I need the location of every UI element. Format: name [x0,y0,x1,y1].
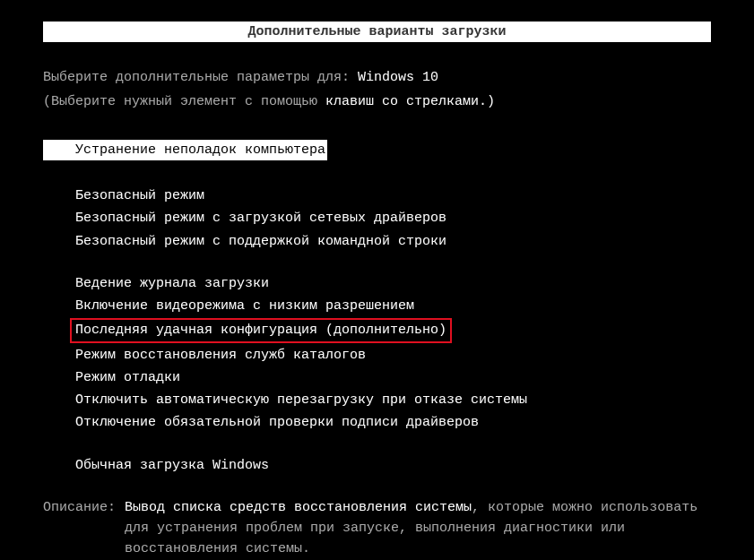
prompt-prefix: Выберите дополнительные параметры для: [43,70,358,85]
menu-item-ds-restore[interactable]: Режим восстановления служб каталогов [75,345,711,366]
prompt2-hint: клавиш со стрелками.) [325,94,495,109]
description: Описание: Вывод списка средств восстанов… [43,497,711,560]
menu-item-safe-mode-networking[interactable]: Безопасный режим с загрузкой сетевых дра… [75,208,711,228]
selected-item-label: Устранение неполадок компьютера [75,142,325,158]
menu-item-disable-driver-sig[interactable]: Отключение обязательной проверки подписи… [75,412,711,433]
description-label: Описание: [43,497,116,560]
menu-item-safe-mode[interactable]: Безопасный режим [75,185,711,206]
menu-item-disable-auto-restart[interactable]: Отключить автоматическую перезагрузку пр… [75,390,711,410]
menu-item-low-res-video[interactable]: Включение видеорежима с низким разрешени… [75,296,711,316]
title-text: Дополнительные варианты загрузки [247,24,506,39]
boot-menu: Безопасный режим Безопасный режим с загр… [43,185,711,476]
menu-item-selected[interactable]: Устранение неполадок компьютера [43,140,327,160]
description-text: Вывод списка средств восстановления сист… [125,497,711,560]
menu-item-boot-logging[interactable]: Ведение журнала загрузки [75,273,711,294]
prompt-target: Windows 10 [358,70,438,85]
menu-item-safe-mode-cmd[interactable]: Безопасный режим с поддержкой командной … [75,231,711,252]
menu-item-last-known-good[interactable]: Последняя удачная конфигурация (дополнит… [75,318,711,342]
menu-item-debug-mode[interactable]: Режим отладки [75,367,711,388]
highlighted-frame: Последняя удачная конфигурация (дополнит… [70,318,452,342]
title-bar: Дополнительные варианты загрузки [43,22,711,42]
prompt-line-1: Выберите дополнительные параметры для: W… [43,67,711,88]
prompt-line-2: (Выберите нужный элемент с помощью клави… [43,91,711,112]
menu-item-start-normally[interactable]: Обычная загрузка Windows [75,455,711,476]
prompt2-prefix: (Выберите нужный элемент с помощью [43,94,325,109]
